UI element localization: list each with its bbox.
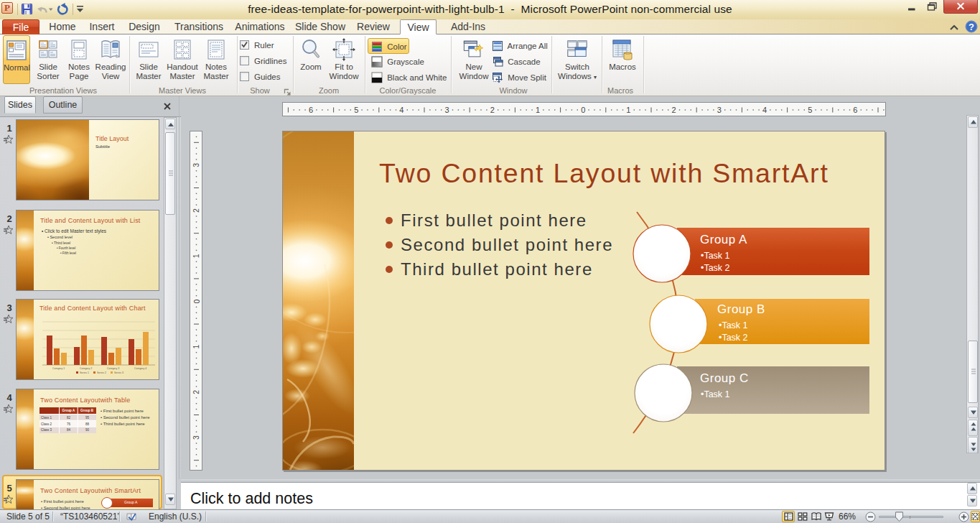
svg-text:Group B: Group B — [717, 302, 765, 316]
svg-text:?: ? — [969, 22, 974, 32]
svg-text:6: 6 — [309, 106, 313, 114]
svg-text:2: 2 — [490, 106, 495, 114]
svg-text:2: 2 — [192, 208, 201, 213]
svg-text:Class 2: Class 2 — [41, 422, 52, 426]
svg-text:3: 3 — [192, 163, 201, 167]
svg-text:95: 95 — [85, 416, 90, 420]
svg-text:3: 3 — [717, 106, 722, 114]
svg-text:4: 4 — [399, 106, 403, 114]
svg-text:1: 1 — [192, 345, 201, 349]
svg-text:90: 90 — [85, 428, 90, 432]
svg-text:82: 82 — [67, 416, 71, 420]
svg-text:6: 6 — [853, 106, 857, 114]
svg-text:Category 1: Category 1 — [52, 367, 65, 370]
svg-text:Group A: Group A — [62, 409, 75, 412]
svg-text:88: 88 — [85, 422, 90, 426]
svg-text:•Task 1: •Task 1 — [719, 320, 748, 330]
svg-text:1: 1 — [536, 106, 540, 114]
svg-text:2: 2 — [192, 390, 201, 394]
svg-text:5: 5 — [354, 106, 358, 114]
svg-text:Category 3: Category 3 — [107, 367, 119, 370]
svg-text:Class 3: Class 3 — [41, 428, 52, 432]
svg-text:1: 1 — [192, 254, 201, 258]
svg-text:Group B: Group B — [80, 409, 94, 412]
svg-text:1: 1 — [626, 106, 630, 114]
svg-text:•Task 1: •Task 1 — [701, 389, 730, 399]
svg-text:Class 1: Class 1 — [41, 416, 52, 420]
svg-text:•Task 1: •Task 1 — [701, 251, 730, 261]
svg-text:4: 4 — [762, 106, 767, 114]
svg-text:76: 76 — [67, 422, 71, 426]
svg-text:3: 3 — [445, 106, 449, 114]
svg-text:Category 2: Category 2 — [80, 367, 92, 370]
svg-text:Category 4: Category 4 — [134, 367, 146, 370]
svg-text:5: 5 — [808, 106, 812, 114]
svg-text:•Task 2: •Task 2 — [719, 333, 748, 343]
svg-text:Series 1: Series 1 — [80, 371, 89, 374]
svg-text:0: 0 — [192, 299, 201, 303]
svg-text:Group C: Group C — [700, 371, 749, 385]
svg-text:Group A: Group A — [700, 233, 747, 246]
svg-text:2: 2 — [672, 106, 676, 114]
svg-text:Series 2: Series 2 — [97, 371, 106, 374]
svg-text:0: 0 — [581, 106, 585, 114]
svg-text:3: 3 — [192, 435, 201, 440]
svg-text:84: 84 — [67, 428, 71, 432]
svg-text:•Task 2: •Task 2 — [701, 263, 730, 273]
svg-text:Series 3: Series 3 — [114, 371, 123, 374]
